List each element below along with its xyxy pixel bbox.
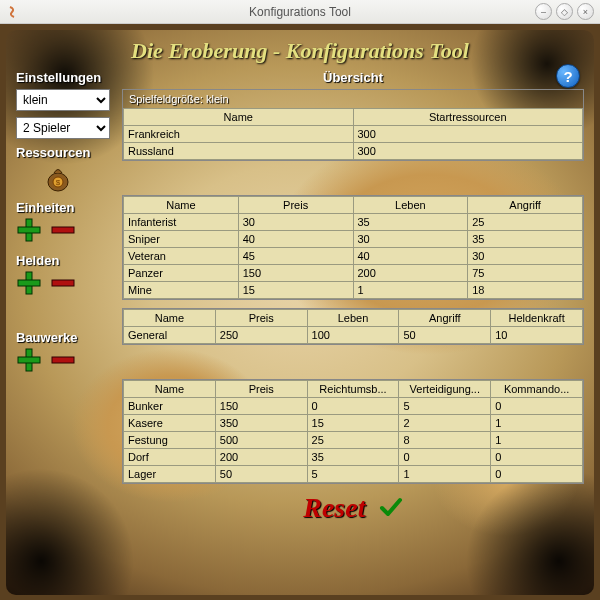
confirm-button[interactable] (379, 495, 403, 522)
heroes-add-button[interactable] (16, 270, 42, 296)
buildings-table: NamePreisReichtumsb...Verteidigung...Kom… (123, 380, 583, 483)
heroes-remove-button[interactable] (50, 276, 76, 290)
table-row[interactable]: Mine15118 (124, 282, 583, 299)
window-titlebar: Konfigurations Tool – ◇ × (0, 0, 600, 24)
app-title: Die Eroberung - Konfigurations Tool (16, 38, 584, 64)
minimize-button[interactable]: – (535, 3, 552, 20)
players-panel: Spielfeldgröße: klein NameStartressource… (122, 89, 584, 161)
col-header: Preis (215, 310, 307, 327)
col-header: Name (124, 109, 354, 126)
col-header: Name (124, 197, 239, 214)
table-row[interactable]: Infanterist303525 (124, 214, 583, 231)
fieldsize-text: Spielfeldgröße: klein (123, 90, 583, 108)
col-header: Leben (307, 310, 399, 327)
settings-label: Einstellungen (16, 70, 118, 85)
col-header: Heldenkraft (491, 310, 583, 327)
buildings-remove-button[interactable] (50, 353, 76, 367)
units-add-button[interactable] (16, 217, 42, 243)
table-row[interactable]: General2501005010 (124, 327, 583, 344)
table-row[interactable]: Lager50510 (124, 466, 583, 483)
heroes-label: Helden (16, 253, 118, 268)
maximize-button[interactable]: ◇ (556, 3, 573, 20)
svg-rect-8 (52, 280, 74, 286)
col-header: Preis (238, 197, 353, 214)
table-row[interactable]: Festung5002581 (124, 432, 583, 449)
heroes-table: NamePreisLebenAngriffHeldenkraftGeneral2… (123, 309, 583, 344)
players-table: NameStartressourcenFrankreich300Russland… (123, 108, 583, 160)
window-title: Konfigurations Tool (249, 5, 351, 19)
table-row[interactable]: Dorf2003500 (124, 449, 583, 466)
table-row[interactable]: Frankreich300 (124, 126, 583, 143)
col-header: Angriff (468, 197, 583, 214)
java-icon (6, 5, 20, 19)
table-row[interactable]: Panzer15020075 (124, 265, 583, 282)
svg-rect-10 (18, 357, 40, 363)
col-header: Verteidigung... (399, 381, 491, 398)
table-row[interactable]: Veteran454030 (124, 248, 583, 265)
col-header: Name (124, 310, 216, 327)
buildings-panel: NamePreisReichtumsb...Verteidigung...Kom… (122, 379, 584, 484)
svg-rect-11 (52, 357, 74, 363)
col-header: Leben (353, 197, 468, 214)
col-header: Startressourcen (353, 109, 583, 126)
close-button[interactable]: × (577, 3, 594, 20)
help-button[interactable]: ? (556, 64, 580, 88)
col-header: Preis (215, 381, 307, 398)
reset-button[interactable]: Reset (303, 492, 365, 524)
table-row[interactable]: Russland300 (124, 143, 583, 160)
buildings-add-button[interactable] (16, 347, 42, 373)
units-panel: NamePreisLebenAngriffInfanterist303525Sn… (122, 195, 584, 300)
table-row[interactable]: Sniper403035 (124, 231, 583, 248)
col-header: Angriff (399, 310, 491, 327)
moneybag-icon: $ (44, 162, 72, 192)
units-table: NamePreisLebenAngriffInfanterist303525Sn… (123, 196, 583, 299)
buildings-label: Bauwerke (16, 330, 118, 345)
table-row[interactable]: Kasere3501521 (124, 415, 583, 432)
units-label: Einheiten (16, 200, 118, 215)
col-header: Kommando... (491, 381, 583, 398)
svg-rect-5 (52, 227, 74, 233)
overview-heading: Übersicht (122, 70, 584, 85)
svg-rect-7 (18, 280, 40, 286)
heroes-panel: NamePreisLebenAngriffHeldenkraftGeneral2… (122, 308, 584, 345)
col-header: Reichtumsb... (307, 381, 399, 398)
units-remove-button[interactable] (50, 223, 76, 237)
svg-rect-4 (18, 227, 40, 233)
players-select[interactable]: 2 Spieler (16, 117, 110, 139)
svg-text:$: $ (56, 178, 61, 187)
col-header: Name (124, 381, 216, 398)
resources-label: Ressourcen (16, 145, 118, 160)
fieldsize-select[interactable]: klein (16, 89, 110, 111)
table-row[interactable]: Bunker150050 (124, 398, 583, 415)
